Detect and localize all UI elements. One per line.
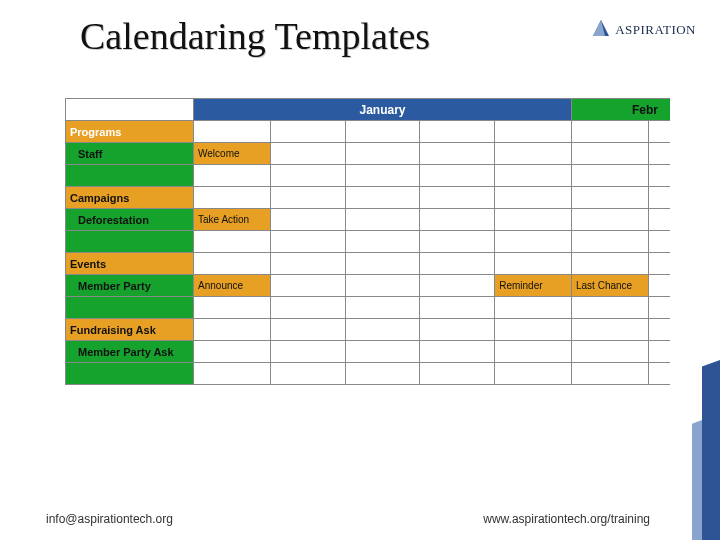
- table-row: Events: [66, 253, 671, 275]
- table-row: Campaigns: [66, 187, 671, 209]
- row-deforestation: Deforestation: [66, 209, 194, 231]
- blank-green: [66, 297, 194, 319]
- footer-url: www.aspirationtech.org/training: [483, 512, 650, 526]
- header-blank: [66, 99, 194, 121]
- section-events: Events: [66, 253, 194, 275]
- blank-green: [66, 165, 194, 187]
- section-programs: Programs: [66, 121, 194, 143]
- table-row: Deforestation Take Action: [66, 209, 671, 231]
- section-campaigns: Campaigns: [66, 187, 194, 209]
- table-row: [66, 363, 671, 385]
- table-row: Member Party Ask: [66, 341, 671, 363]
- table-row: Fundraising Ask: [66, 319, 671, 341]
- cell-last-chance: Last Chance: [572, 275, 649, 297]
- blank-green: [66, 231, 194, 253]
- section-fundraising: Fundraising Ask: [66, 319, 194, 341]
- table-row: [66, 297, 671, 319]
- row-staff: Staff: [66, 143, 194, 165]
- slide-title: Calendaring Templates: [80, 14, 430, 58]
- cell-announce: Announce: [194, 275, 271, 297]
- slide-footer: info@aspirationtech.org www.aspirationte…: [0, 512, 720, 526]
- row-member-party: Member Party: [66, 275, 194, 297]
- month-february: Febr: [572, 99, 671, 121]
- logo-triangle-icon: [591, 18, 611, 38]
- blank-green: [66, 363, 194, 385]
- row-member-party-ask: Member Party Ask: [66, 341, 194, 363]
- cell-welcome: Welcome: [194, 143, 271, 165]
- table-header-row: January Febr: [66, 99, 671, 121]
- month-january: January: [194, 99, 572, 121]
- footer-email: info@aspirationtech.org: [46, 512, 173, 526]
- table-row: [66, 165, 671, 187]
- logo-text: ASPIRATION: [615, 22, 696, 38]
- table-row: Member Party Announce Reminder Last Chan…: [66, 275, 671, 297]
- table-row: Programs: [66, 121, 671, 143]
- calendar-template-table: January Febr Programs Staff Welcome Camp…: [65, 98, 670, 418]
- table-row: [66, 231, 671, 253]
- brand-logo: ASPIRATION: [591, 18, 696, 38]
- cell-reminder: Reminder: [495, 275, 572, 297]
- table-row: Staff Welcome: [66, 143, 671, 165]
- cell-take-action: Take Action: [194, 209, 271, 231]
